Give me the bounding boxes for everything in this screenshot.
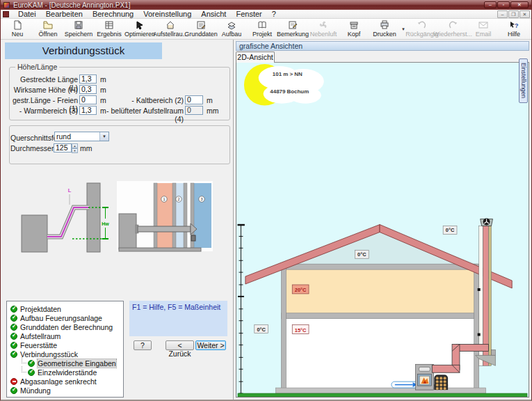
checklist-item[interactable]: Grunddaten der Berechnung	[7, 322, 123, 331]
menu-voreinstellung[interactable]: Voreinstellung	[138, 10, 196, 19]
graphics-header: grafische Ansichten	[236, 41, 529, 51]
unit-label: m	[207, 96, 213, 104]
head-button[interactable]: Kopf	[339, 19, 369, 39]
result-button[interactable]: Ergebnis	[94, 19, 124, 39]
fan-icon	[319, 20, 328, 30]
menu-fenster[interactable]: Fenster	[231, 10, 266, 19]
checklist-item[interactable]: Projektdaten	[7, 304, 123, 313]
querschnittsform-label: Querschnittsform	[10, 134, 53, 142]
tab-2d-ansicht[interactable]: 2D-Ansicht	[236, 52, 275, 63]
cursor-arrow-icon	[135, 20, 145, 30]
layers-icon	[227, 20, 236, 30]
ground	[238, 393, 527, 397]
cold-zone	[176, 183, 184, 248]
kaltbereich-input[interactable]: 0	[185, 95, 203, 104]
unit-label: m	[100, 75, 106, 84]
document-icon	[3, 11, 9, 17]
temp-label-outside-top: 0°C	[443, 226, 457, 235]
print-button[interactable]: Drucken	[369, 19, 400, 39]
querschnittsform-select[interactable]: rund ▼	[54, 132, 109, 141]
check-icon	[10, 333, 17, 340]
tree-connector	[22, 357, 26, 363]
email-button: Email	[468, 19, 499, 39]
optimize-button[interactable]: Optimieren	[124, 19, 155, 39]
help-pointer-icon: ?	[509, 20, 519, 30]
basedata-button[interactable]: Grunddaten	[186, 19, 216, 39]
zone2-number: 2	[177, 197, 179, 201]
chevron-down-icon[interactable]: ▼	[99, 132, 108, 141]
freien-input[interactable]: 0	[79, 95, 97, 104]
outside-zone	[194, 183, 211, 248]
warm-zone	[157, 183, 172, 248]
room-button[interactable]: Aufstellrau...	[155, 19, 186, 39]
scene-canvas: 101 m > NN 44879 Bochum	[236, 63, 529, 398]
upper-room	[286, 269, 474, 313]
base-slab	[275, 388, 485, 393]
attic-floor	[281, 264, 478, 269]
check-icon	[28, 369, 35, 376]
save-button[interactable]: Speichern	[63, 19, 94, 39]
help-small-button[interactable]: ?	[134, 340, 152, 350]
back-button[interactable]: < Zurück	[166, 340, 194, 350]
check-icon	[10, 306, 17, 313]
undo-icon	[417, 20, 427, 30]
warmbereich-input[interactable]: 1,3	[79, 106, 97, 115]
svg-text:?: ?	[515, 22, 519, 29]
tree-connector	[22, 366, 26, 372]
open-button[interactable]: Öffnen	[33, 19, 63, 39]
titlebar: EuroKAM - [Deutsche Annington.PX1] – ▫ ✕	[1, 0, 531, 10]
mdi-restore-icon[interactable]: ❐	[508, 10, 519, 18]
app-icon	[3, 2, 10, 8]
checklist-item[interactable]: Aufbau Feuerungsanlage	[7, 313, 123, 322]
check-icon	[10, 315, 17, 322]
stove	[416, 364, 434, 390]
floppy-icon	[74, 20, 83, 30]
next-button[interactable]: Weiter >	[195, 340, 226, 350]
group-label: Höhe/Länge	[15, 63, 59, 71]
structure-button[interactable]: Aufbau	[216, 19, 247, 39]
note-button[interactable]: Bemerkung	[277, 19, 308, 39]
new-button[interactable]: Neu	[2, 19, 33, 39]
menu-hilfe[interactable]: ?	[267, 10, 281, 19]
checklist-item[interactable]: Feuerstätte	[7, 340, 123, 349]
help-button[interactable]: ? Hilfe	[499, 19, 529, 39]
checklist-item[interactable]: Abgasanlage senkrecht	[7, 377, 123, 386]
wirksame-hoehe-input[interactable]: 0,3	[79, 85, 97, 94]
svg-text:0°C: 0°C	[357, 251, 366, 258]
house-scene: 101 m > NN 44879 Bochum	[236, 63, 529, 397]
altitude-label: 101 m > NN	[273, 71, 303, 77]
check-icon	[10, 351, 17, 358]
maximize-icon[interactable]: ▫	[497, 1, 510, 8]
project-button[interactable]: Projekt	[247, 19, 277, 39]
floor	[119, 248, 201, 251]
mdi-close-icon[interactable]: ✕	[519, 10, 530, 18]
minimize-icon[interactable]: –	[484, 1, 497, 8]
connector-schematics: L Hw	[11, 175, 227, 295]
envelope-icon	[478, 20, 488, 30]
book-icon	[257, 20, 267, 30]
graphics-panel: grafische Ansichten 2D-Ansicht	[233, 40, 531, 400]
checklist-item[interactable]: Mündung	[7, 386, 123, 395]
durchmesser-stepper[interactable]: ▲▼	[72, 143, 78, 152]
menu-datei[interactable]: Datei	[13, 10, 41, 19]
close-icon[interactable]: ✕	[510, 1, 529, 8]
menu-bearbeiten[interactable]: Bearbeiten	[41, 10, 88, 19]
durchmesser-input[interactable]: 125	[54, 143, 72, 152]
spin-down-icon: ▼	[72, 148, 78, 153]
temp-label-upper-room: 20°C	[292, 285, 309, 294]
redo-icon	[448, 20, 458, 30]
archive-icon	[349, 20, 359, 30]
menu-berechnung[interactable]: Berechnung	[88, 10, 138, 19]
tab-einstellungen[interactable]: Einstellungen	[519, 58, 528, 103]
app-window: EuroKAM - [Deutsche Annington.PX1] – ▫ ✕…	[0, 0, 532, 401]
mdi-minimize-icon[interactable]: –	[497, 10, 508, 18]
menu-ansicht[interactable]: Ansicht	[196, 10, 231, 19]
menubar: Datei Bearbeiten Berechnung Voreinstellu…	[1, 10, 531, 19]
checklist-item[interactable]: Aufstellraum	[7, 331, 123, 340]
wood-storage	[434, 375, 448, 390]
table-icon	[104, 20, 114, 30]
gestreckte-laenge-input[interactable]: 1,3	[79, 74, 97, 84]
checklist-item[interactable]: Einzelwiderstände	[7, 368, 123, 377]
svg-text:0°C: 0°C	[446, 227, 455, 233]
open-folder-icon	[43, 20, 53, 30]
